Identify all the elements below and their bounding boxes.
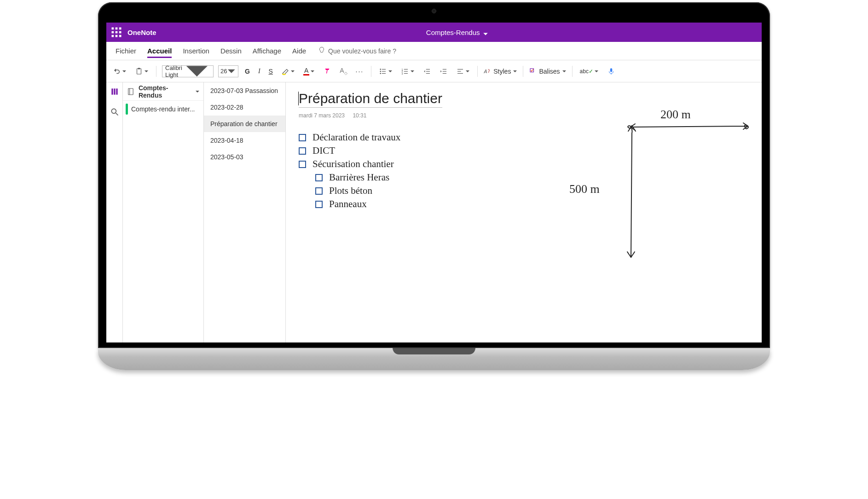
format-painter-button[interactable]: A◇ bbox=[338, 64, 349, 78]
undo-button[interactable] bbox=[111, 64, 128, 78]
menu-aide[interactable]: Aide bbox=[288, 44, 311, 58]
notebook-title-label: Comptes-Rendus bbox=[426, 29, 480, 36]
svg-rect-1 bbox=[116, 28, 118, 30]
highlight-button[interactable] bbox=[279, 64, 297, 78]
align-button[interactable] bbox=[454, 64, 472, 78]
sections-panel: Comptes-Rendus Comptes-rendu inter... bbox=[123, 82, 204, 342]
font-size-value: 26 bbox=[220, 68, 227, 75]
svg-rect-3 bbox=[112, 31, 114, 34]
section-color-indicator bbox=[126, 104, 128, 115]
camera-icon bbox=[432, 9, 436, 13]
svg-line-40 bbox=[116, 113, 118, 116]
section-item[interactable]: Comptes-rendu inter... bbox=[123, 101, 203, 117]
styles-label: Styles bbox=[493, 68, 511, 75]
tags-dropdown[interactable]: Balises bbox=[529, 67, 566, 75]
paste-button[interactable] bbox=[133, 64, 150, 78]
svg-point-14 bbox=[380, 71, 381, 72]
svg-rect-9 bbox=[137, 69, 141, 74]
font-name-select[interactable]: Calibri Light bbox=[162, 65, 214, 77]
svg-point-16 bbox=[380, 73, 381, 74]
page-label: Préparation de chantier bbox=[210, 120, 278, 128]
laptop-mockup: OneNote Comptes-Rendus Fichier Accueil I… bbox=[98, 2, 770, 370]
font-size-select[interactable]: 26 bbox=[218, 65, 238, 77]
menu-affichage[interactable]: Affichage bbox=[248, 44, 286, 58]
navigation-toggle-icon[interactable] bbox=[108, 85, 121, 98]
font-color-button[interactable]: A bbox=[301, 64, 317, 78]
font-name-value: Calibri Light bbox=[165, 64, 184, 78]
app-name: OneNote bbox=[127, 29, 156, 36]
page-title[interactable]: Préparation de chantier bbox=[299, 90, 442, 108]
indent-button[interactable] bbox=[438, 64, 450, 78]
search-icon[interactable] bbox=[108, 105, 121, 118]
numbered-list-button[interactable]: 123 bbox=[399, 64, 417, 78]
page-item[interactable]: 2023-05-03 bbox=[204, 149, 285, 165]
ink-vertical-label: 500 m bbox=[569, 182, 600, 196]
svg-point-12 bbox=[380, 69, 381, 70]
page-label: 2023-05-03 bbox=[210, 153, 243, 161]
svg-text:3: 3 bbox=[402, 72, 403, 75]
checkbox-icon[interactable] bbox=[299, 134, 306, 141]
notebook-selector[interactable]: Comptes-Rendus bbox=[123, 82, 203, 101]
svg-rect-6 bbox=[112, 35, 114, 37]
checklist-text: Barrières Heras bbox=[329, 172, 389, 183]
page-label: 2023-04-18 bbox=[210, 137, 243, 144]
svg-rect-4 bbox=[116, 31, 118, 34]
checkbox-icon[interactable] bbox=[315, 201, 323, 208]
checkbox-icon[interactable] bbox=[315, 187, 323, 195]
checklist-text: Plots béton bbox=[329, 185, 372, 197]
notebook-icon bbox=[127, 87, 135, 96]
page-item[interactable]: 2023-04-18 bbox=[204, 132, 285, 149]
checklist-text: Sécurisation chantier bbox=[312, 158, 394, 170]
chevron-down-icon bbox=[483, 30, 488, 36]
checkbox-icon[interactable] bbox=[299, 161, 306, 168]
clear-formatting-button[interactable] bbox=[321, 64, 333, 78]
spellcheck-button[interactable]: abc✓ bbox=[578, 64, 601, 78]
pages-panel: 2023-07-03 Passassion 2023-02-28 Prépara… bbox=[204, 82, 286, 342]
page-time: 10:31 bbox=[353, 112, 366, 119]
tell-me-search[interactable]: Que voulez-vous faire ? bbox=[318, 46, 396, 55]
checklist-text: DICT bbox=[312, 145, 335, 157]
checklist-text: Déclaration de travaux bbox=[312, 132, 400, 143]
svg-rect-10 bbox=[138, 68, 140, 69]
outdent-button[interactable] bbox=[421, 64, 433, 78]
italic-button[interactable]: I bbox=[256, 64, 262, 78]
svg-rect-11 bbox=[282, 74, 286, 75]
svg-text:A: A bbox=[484, 68, 487, 74]
svg-rect-0 bbox=[112, 28, 114, 30]
notebook-title-dropdown[interactable]: Comptes-Rendus bbox=[426, 29, 488, 36]
page-item[interactable]: Préparation de chantier bbox=[204, 116, 285, 132]
svg-rect-37 bbox=[114, 88, 115, 94]
svg-rect-5 bbox=[119, 31, 122, 34]
checklist-text: Panneaux bbox=[329, 198, 367, 210]
svg-rect-36 bbox=[111, 88, 113, 94]
tags-label: Balises bbox=[539, 68, 560, 75]
menu-dessin[interactable]: Dessin bbox=[216, 44, 246, 58]
svg-rect-34 bbox=[530, 69, 534, 72]
bold-button[interactable]: G bbox=[243, 64, 252, 78]
title-bar: OneNote Comptes-Rendus bbox=[106, 23, 762, 42]
menu-fichier[interactable]: Fichier bbox=[111, 44, 141, 58]
page-item[interactable]: 2023-07-03 Passassion bbox=[204, 82, 285, 99]
page-canvas[interactable]: Préparation de chantier mardi 7 mars 202… bbox=[286, 82, 762, 342]
ribbon: Calibri Light 26 G I S A A◇ ··· 123 ASty… bbox=[106, 60, 762, 82]
checkbox-icon[interactable] bbox=[315, 174, 323, 181]
menu-insertion[interactable]: Insertion bbox=[178, 44, 214, 58]
page-label: 2023-02-28 bbox=[210, 104, 243, 111]
app-launcher-icon[interactable] bbox=[110, 26, 123, 39]
page-label: 2023-07-03 Passassion bbox=[210, 87, 278, 94]
workspace: Comptes-Rendus Comptes-rendu inter... 20… bbox=[106, 82, 762, 342]
underline-button[interactable]: S bbox=[267, 64, 275, 78]
checkbox-icon[interactable] bbox=[299, 147, 306, 155]
chevron-down-icon bbox=[195, 89, 200, 94]
page-date: mardi 7 mars 2023 bbox=[299, 112, 345, 119]
svg-rect-2 bbox=[119, 28, 122, 30]
page-item[interactable]: 2023-02-28 bbox=[204, 99, 285, 116]
dictate-button[interactable] bbox=[605, 64, 617, 78]
more-formatting-button[interactable]: ··· bbox=[354, 64, 366, 78]
bullet-list-button[interactable] bbox=[377, 64, 394, 78]
svg-rect-41 bbox=[128, 88, 133, 94]
svg-rect-7 bbox=[116, 35, 118, 37]
styles-dropdown[interactable]: AStyles bbox=[483, 67, 517, 75]
ink-horizontal-label: 200 m bbox=[660, 108, 691, 121]
menu-accueil[interactable]: Accueil bbox=[143, 44, 176, 58]
